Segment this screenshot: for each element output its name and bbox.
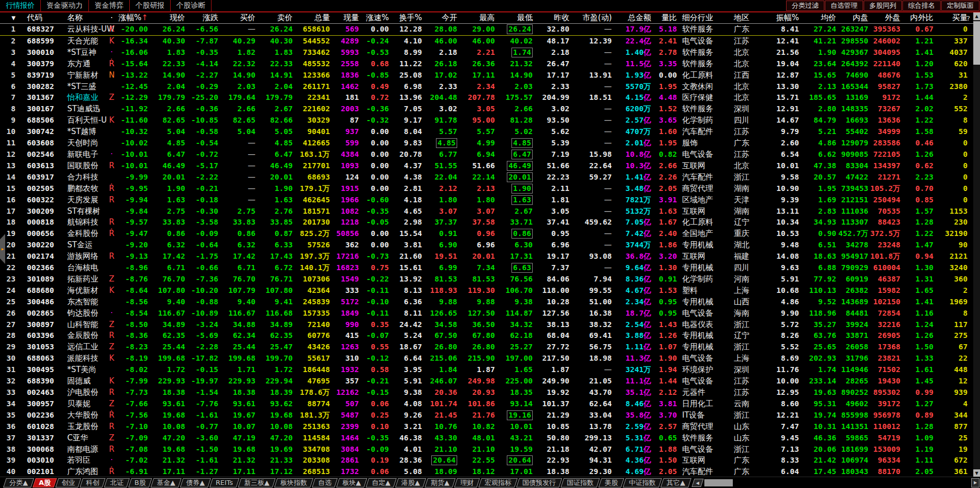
column-header-ratio[interactable]: 量比 xyxy=(653,12,678,24)
tab-scrollbar-thumb[interactable] xyxy=(704,479,733,486)
market-tab-分类[interactable]: 分类▲ xyxy=(3,478,34,487)
vertical-scrollbar[interactable]: ▲ ▼ xyxy=(973,12,980,477)
column-header-amp[interactable]: 振幅% xyxy=(762,12,801,24)
table-row[interactable]: 33002463沪电股份R-7.7318.38-1.5418.3818.3917… xyxy=(0,387,980,398)
table-row[interactable]: 21002174游族网络R-9.1317.42-1.7517.4217.4319… xyxy=(0,251,980,262)
toolbar-button-综合排名[interactable]: 综合排名 xyxy=(902,1,941,11)
column-header-region[interactable]: 地区 xyxy=(728,12,762,24)
table-row[interactable]: 1688327云从科技-UWK-20.0026.24-6.56—26.24658… xyxy=(0,24,980,36)
table-row[interactable]: 10300742*ST越博-10.325.04-0.585.045.059040… xyxy=(0,126,980,138)
column-header-turn[interactable]: 换手% xyxy=(391,12,424,24)
column-header-speed[interactable]: 涨速% xyxy=(361,12,391,24)
column-header-ask[interactable]: 卖价 xyxy=(258,12,295,24)
market-tab-国证指数[interactable]: 国证指数 xyxy=(561,478,600,487)
market-tab-科创[interactable]: 科创 xyxy=(80,478,105,487)
market-tab-宏观指标[interactable]: 宏观指标 xyxy=(478,478,518,487)
column-header-pct[interactable]: 涨幅%↑ xyxy=(117,12,150,24)
column-header-bid[interactable]: 买价 xyxy=(220,12,258,24)
view-tab-行情报价[interactable]: 行情报价 xyxy=(0,0,41,11)
column-header-inner[interactable]: 内盘 xyxy=(838,12,869,24)
view-tab-个股诊断[interactable]: 个股诊断 xyxy=(171,0,212,11)
table-row[interactable]: 24688680海优新材K-8.64107.80-10.20107.79107.… xyxy=(0,285,980,297)
table-row[interactable]: 39003010若羽臣·-7.0221.32-1.6121.3221.33203… xyxy=(0,455,980,466)
column-header-cur[interactable]: 现量 xyxy=(332,12,361,24)
table-row[interactable]: 37301337C亚华Z-7.0947.20-3.6047.1947.20114… xyxy=(0,433,980,444)
market-tab-港股[interactable]: 港股▲ xyxy=(395,478,426,487)
column-header-pe[interactable]: 市盈(动) xyxy=(571,12,614,24)
table-row[interactable]: 3300010*ST豆神·-16.061.83-0.351.821.837334… xyxy=(0,47,980,58)
column-header-marker[interactable]: · xyxy=(107,12,117,24)
table-row[interactable]: 2688599天合光能K-16.3440.30-7.8740.2940.3054… xyxy=(0,35,980,47)
column-header-amount[interactable]: 总金额 xyxy=(614,12,653,24)
market-tab-板块指数[interactable]: 板块指数 xyxy=(274,478,313,487)
column-header-avg[interactable]: 均价 xyxy=(801,12,838,24)
market-tab-B股[interactable]: B股 xyxy=(128,478,152,487)
column-header-name[interactable]: 名称 xyxy=(61,12,107,24)
table-row[interactable]: 32688390固德威K-7.99229.93-19.97229.93229.9… xyxy=(0,376,980,387)
table-row[interactable]: 15002505鹏都农牧Ṙ-9.951.90-0.21—1.90179.1万19… xyxy=(0,183,980,195)
help-icon[interactable]: ? xyxy=(967,14,970,22)
market-tab-创业[interactable]: 创业 xyxy=(55,478,81,487)
column-header-vol[interactable]: 总量 xyxy=(295,12,332,24)
column-header-high[interactable]: 最高 xyxy=(459,12,497,24)
table-row[interactable]: 28603396金辰股份R-8.3662.35-5.6962.3462.3560… xyxy=(0,330,980,342)
market-tab-板块[interactable]: 板块▲ xyxy=(336,478,367,487)
scrollbar-thumb[interactable] xyxy=(973,21,980,65)
table-row[interactable]: 29301053远信工业Z-8.2325.44-2.2825.4425.4743… xyxy=(0,342,980,353)
market-tab-基金[interactable]: 基金▲ xyxy=(150,478,182,487)
market-tab-自选[interactable]: 自选 xyxy=(312,478,338,487)
table-row[interactable]: 13603613国联股份R-10.0146.49-5.17—46.4921770… xyxy=(0,160,980,172)
toolbar-button-多股同列[interactable]: 多股同列 xyxy=(864,1,902,11)
table-row[interactable]: 19000656金科股份Ṙ-9.470.86-0.090.860.87825.2… xyxy=(0,228,980,240)
column-header-open[interactable]: 今开 xyxy=(424,12,459,24)
market-tab-新三板[interactable]: 新三板▲ xyxy=(238,478,276,487)
column-header-rank[interactable]: ▼ xyxy=(0,12,20,24)
toolbar-button-分类过滤[interactable]: 分类过滤 xyxy=(786,1,824,11)
table-row[interactable]: 40002101广东鸿图Ṙ-6.9117.11-1.2717.1117.1226… xyxy=(0,466,980,478)
table-row[interactable]: 34300957贝泰妮Z-7.6693.61-7.7693.6193.62887… xyxy=(0,398,980,410)
market-tab-REITs[interactable]: REITs xyxy=(209,478,239,487)
table-row[interactable]: 9688506百利天恒-UK-11.6082.65-10.8582.6582.6… xyxy=(0,115,980,126)
table-row[interactable]: 8300167ST迪威迅-11.922.66-0.362.662.6722160… xyxy=(0,103,980,115)
column-header-price[interactable]: 现价 xyxy=(150,12,187,24)
market-tab-债券[interactable]: 债券▲ xyxy=(180,478,211,487)
toolbar-button-定制版面[interactable]: 定制版面 xyxy=(941,1,979,11)
table-row[interactable]: 17300209ST有棵树-9.842.75-0.302.752.7618157… xyxy=(0,206,980,217)
table-row[interactable]: 22002366台海核电-8.966.71-0.666.716.72140.1万… xyxy=(0,262,980,274)
view-tab-资金驱动力[interactable]: 资金驱动力 xyxy=(41,0,89,11)
column-header-code[interactable]: 代码 xyxy=(20,12,61,24)
table-row[interactable]: 38300068南都电源R-7.0819.68-1.5019.6819.6933… xyxy=(0,444,980,455)
column-header-chg[interactable]: 涨跌 xyxy=(187,12,220,24)
column-header-buyv[interactable]: 买量 xyxy=(938,12,970,24)
table-row[interactable]: 23301089拓新药业Z-8.7676.70-7.3676.7076.7110… xyxy=(0,274,980,285)
scroll-up-icon[interactable]: ▲ xyxy=(973,12,980,20)
table-row[interactable]: 7301367怡和嘉业Z-12.29179.79-25.20179.64179.… xyxy=(0,92,980,103)
market-tab-理财[interactable]: 理财 xyxy=(454,478,480,487)
market-tab-期货[interactable]: 期货▲ xyxy=(425,478,456,487)
market-tab-美股[interactable]: 美股 xyxy=(598,478,624,487)
table-row[interactable]: 11603608天创时尚-10.024.85-0.54—4.8541266559… xyxy=(0,138,980,149)
column-header-outer[interactable]: 外盘 xyxy=(869,12,901,24)
table-row[interactable]: 18000818航锦科技R-9.5733.83-3.5833.8333.8520… xyxy=(0,217,980,228)
table-row[interactable]: 4300379东方通Ṙ-15.6422.33-4.1422.3222.33485… xyxy=(0,58,980,70)
column-header-industry[interactable]: 细分行业 xyxy=(678,12,728,24)
view-tab-资金博弈[interactable]: 资金博弈 xyxy=(89,0,130,11)
market-tab-国债预发行[interactable]: 国债预发行 xyxy=(516,478,562,487)
table-row[interactable]: 5839719宁新新材N-13.2214.90-2.2714.9014.9112… xyxy=(0,70,980,81)
toolbar-button-自选管理[interactable]: 自选管理 xyxy=(825,1,863,11)
tab-scroll-left-button[interactable]: ◀ xyxy=(691,479,703,487)
market-tab-中证指数[interactable]: 中证指数 xyxy=(623,478,662,487)
table-row[interactable]: 6300282*ST三盛-12.452.04-0.292.032.0426117… xyxy=(0,81,980,93)
market-tab-自定[interactable]: 自定▲ xyxy=(366,478,397,487)
column-header-low[interactable]: 最低 xyxy=(497,12,535,24)
table-row[interactable]: 30688063派能科技K-8.19199.68-17.82199.68199.… xyxy=(0,353,980,364)
column-header-prev[interactable]: 昨收 xyxy=(535,12,571,24)
table-row[interactable]: 26002865钧达股份·-8.54116.67-10.89116.67116.… xyxy=(0,308,980,319)
table-row[interactable]: 35002236大华股份Ṙ-7.5619.68-1.6119.6719.6818… xyxy=(0,410,980,421)
market-tab-其它[interactable]: 其它▲ xyxy=(660,478,691,487)
tab-scroll-right-button[interactable]: ▶ xyxy=(971,478,979,487)
table-row[interactable]: 25300486东杰智能-8.569.40-0.889.409.41245839… xyxy=(0,297,980,308)
table-row[interactable]: 14603917合力科技-9.9920.01-2.22—20.016869312… xyxy=(0,172,980,183)
scroll-down-icon[interactable]: ▼ xyxy=(973,469,980,477)
table-row[interactable]: 16600322天房发展R-9.941.63-0.18—1.6346264519… xyxy=(0,195,980,206)
